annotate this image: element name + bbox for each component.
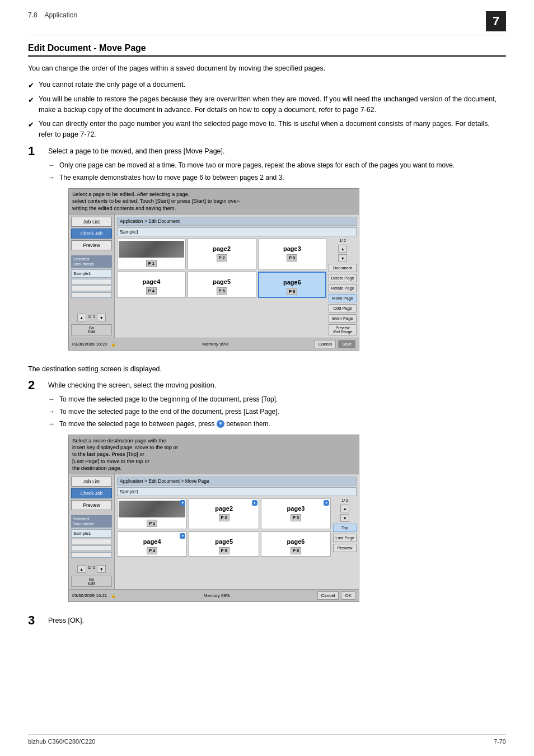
- screen-2-page-3-thumb[interactable]: page3 ▼ P 3: [261, 498, 331, 529]
- screen-1-page-3-thumb[interactable]: page3 P 3: [258, 239, 327, 269]
- screen-1-move-page-btn[interactable]: Move Page: [329, 294, 357, 302]
- screen-2-right-down[interactable]: ▼: [340, 514, 349, 522]
- footer-page-number: 7-70: [494, 738, 506, 745]
- screen-2-cancel-btn[interactable]: Cancel: [317, 591, 339, 600]
- screen-2-page-counter: ▲ 1/ 1 ▼: [71, 564, 112, 574]
- step-1-text: Select a page to be moved, and then pres…: [48, 146, 506, 157]
- screen-2-page-6-thumb[interactable]: page6 P 6: [261, 531, 331, 557]
- screen-2-page-2-num: P 2: [219, 514, 229, 521]
- screen-1-nav-up[interactable]: ▲: [77, 314, 86, 321]
- screen-2-doc-item-3: [71, 545, 112, 551]
- screen-1-memory-icon: 🔒: [111, 342, 116, 347]
- screen-2-page-5-thumb[interactable]: page5 P 5: [189, 531, 259, 557]
- screen-2-last-page-btn[interactable]: Last Page: [333, 534, 357, 542]
- screen-1-go-btn[interactable]: GoEdit: [71, 324, 112, 335]
- screen-1-even-page-btn[interactable]: Even Page: [329, 314, 357, 323]
- step-2-content: While checking the screen, select the mo…: [48, 380, 506, 610]
- screen-1-action-buttons: Cancel Start: [314, 340, 355, 348]
- screen-2-preview-right-btn[interactable]: Preview: [333, 544, 357, 552]
- screen-2-check-job-btn[interactable]: Check Job: [71, 488, 112, 498]
- screen-2-status-icons: 03/30/2009 16:21 🔒: [72, 593, 116, 598]
- arrow-icon-3: →: [48, 394, 55, 404]
- screen-1-right-down[interactable]: ▼: [338, 254, 347, 262]
- step-2-arrow-1: → To move the selected page to the begin…: [48, 394, 506, 404]
- screen-1-delete-page-btn[interactable]: Delete Page: [329, 274, 357, 282]
- header-section: 7.8 Application: [28, 11, 77, 19]
- screen-1-start-btn[interactable]: Start: [338, 340, 355, 348]
- step-2: 2 While checking the screen, select the …: [28, 380, 506, 610]
- screen-2-bottom-bar: 03/30/2009 16:21 🔒 Memory 99% Cancel OK: [69, 589, 359, 601]
- screen-2-page-1-num: P 1: [147, 520, 157, 527]
- screen-1-page-1-img: [119, 241, 184, 258]
- step-1-content: Select a page to be moved, and then pres…: [48, 146, 506, 358]
- screen-1-page-1-thumb[interactable]: P 1: [117, 239, 186, 269]
- screen-2-page-1-thumb[interactable]: ▼ P 1: [117, 498, 187, 529]
- screen-2-go-btn[interactable]: GoEdit: [71, 576, 112, 587]
- screen-2-doc-name: Sample1: [117, 487, 357, 496]
- footer-model: bizhub C360/C280/C220: [28, 738, 95, 745]
- screen-2-doc-item-4: [71, 552, 112, 558]
- screen-2-right-buttons: 1/ 2 ▲ ▼ Top Last Page Preview: [333, 498, 357, 557]
- screen-2-page-3-num: P 3: [291, 514, 301, 521]
- step-2-arrow-text-1: To move the selected page to the beginni…: [59, 394, 278, 404]
- screen-2-top-btn[interactable]: Top: [333, 524, 357, 532]
- bullet-text-2: You will be unable to restore the pages …: [39, 94, 506, 115]
- header-chapter-number: 7: [486, 11, 506, 31]
- screen-2-doc-item-1: Sample1: [71, 529, 112, 538]
- screen-2-page-5-num: P 5: [219, 547, 229, 554]
- screen-2-page-2-thumb[interactable]: page2 ▼ P 2: [189, 498, 259, 529]
- step-2-arrows: → To move the selected page to the begin…: [48, 394, 506, 429]
- screen-1-breadcrumb: Application > Edit Document: [117, 217, 357, 226]
- screen-1-preview-btn[interactable]: Preview: [71, 240, 112, 250]
- step-1-arrow-1: → Only one page can be moved at a time. …: [48, 160, 506, 170]
- screen-2-right-up[interactable]: ▲: [340, 505, 349, 512]
- screen-1-job-list-btn[interactable]: Job List: [71, 217, 112, 227]
- screen-2-page-4-thumb[interactable]: page4 ▼ P 4: [117, 531, 187, 557]
- screen-1-right-up[interactable]: ▲: [338, 245, 347, 253]
- screen-1-page-6-num: P 6: [287, 288, 297, 295]
- screen-1-rotate-page-btn[interactable]: Rotate Page: [329, 284, 357, 292]
- step-2-arrow-text-3: To move the selected page to between pag…: [59, 419, 270, 429]
- screen-1-timestamp: 03/30/2009 16:20: [72, 342, 107, 347]
- bullet-text-1: You cannot rotate the only page of a doc…: [39, 80, 185, 90]
- screen-1-nav-arrows: ▲ 1/ 1 ▼: [72, 314, 111, 321]
- bullet-list: ✔ You cannot rotate the only page of a d…: [28, 80, 506, 140]
- screen-1-page-5-thumb[interactable]: page5 P 5: [188, 272, 256, 298]
- page-footer: bizhub C360/C280/C220 7-70: [28, 734, 506, 745]
- screen-2-nav-up[interactable]: ▲: [77, 565, 86, 573]
- page-header: 7.8 Application 7: [28, 11, 506, 35]
- move-marker-4: ▼: [181, 534, 184, 538]
- screen-2-top-bar: Select a move destination page with the …: [69, 435, 359, 475]
- screen-1-page-2-num: P 2: [217, 254, 227, 262]
- step-1-arrows: → Only one page can be moved at a time. …: [48, 160, 506, 183]
- screen-2-memory-label: Memory 99%: [204, 593, 230, 598]
- screen-1-document-btn[interactable]: Document: [329, 264, 357, 272]
- screen-1-doc-item-1: Sample1: [71, 269, 112, 278]
- screen-2-nav-down[interactable]: ▼: [97, 565, 106, 573]
- screen-2-ok-btn[interactable]: OK: [341, 591, 355, 600]
- section-title: Edit Document - Move Page: [28, 43, 506, 57]
- screen-1-page-2-thumb[interactable]: page2 P 2: [188, 239, 256, 269]
- header-section-number: 7.8: [28, 11, 38, 19]
- screen-2: Select a move destination page with the …: [68, 435, 359, 603]
- page-wrapper: 7.8 Application 7 Edit Document - Move P…: [0, 0, 534, 756]
- screen-1-preview-set-range-btn[interactable]: Preview/Set Range: [329, 324, 357, 335]
- screen-2-preview-btn[interactable]: Preview: [71, 500, 112, 510]
- screen-2-page-6-num: P 6: [291, 547, 301, 554]
- screen-1-page-6-thumb[interactable]: page6 P 6: [258, 272, 327, 298]
- screen-1-cancel-btn[interactable]: Cancel: [314, 340, 336, 348]
- screen-1-page-4-thumb[interactable]: page4 P 4: [117, 272, 186, 298]
- screen-1: Select a page to be edited. After select…: [68, 188, 359, 351]
- screen-1-page-3-num: P 3: [287, 254, 297, 262]
- screen-1-odd-page-btn[interactable]: Odd Page: [329, 304, 357, 312]
- screen-1-check-job-btn[interactable]: Check Job: [71, 228, 112, 239]
- move-marker-2: ▼: [253, 501, 256, 505]
- arrow-icon-1: →: [48, 160, 55, 170]
- screen-1-main: Application > Edit Document Sample1 P 1: [115, 214, 359, 338]
- step-number-1: 1: [28, 145, 48, 157]
- screen-1-doc-name: Sample1: [117, 227, 357, 236]
- screen-1-nav-down[interactable]: ▼: [97, 314, 106, 321]
- bullet-item-2: ✔ You will be unable to restore the page…: [28, 94, 506, 115]
- screen-1-doc-item-4: [71, 292, 112, 298]
- screen-2-job-list-btn[interactable]: Job List: [71, 477, 112, 487]
